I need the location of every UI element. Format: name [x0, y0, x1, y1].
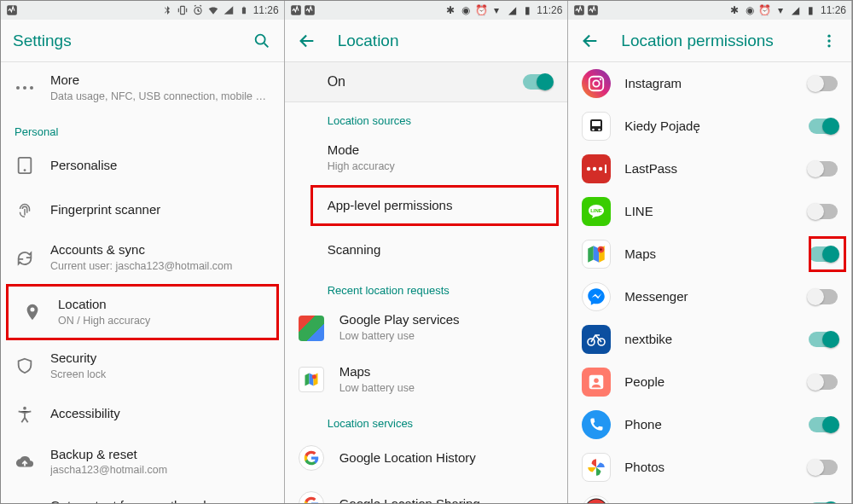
panel-settings: 11:26 Settings More Data usage, NFC, USB…: [1, 1, 285, 503]
permission-toggle[interactable]: [809, 246, 838, 262]
app-row[interactable]: Phone: [568, 403, 851, 446]
row-mode[interactable]: Mode High accuracy: [285, 132, 568, 183]
location-master-toggle[interactable]: [523, 74, 552, 90]
app-name: Instagram: [624, 76, 795, 92]
app-row[interactable]: Pokémon GO: [568, 489, 851, 503]
svg-point-27: [593, 129, 595, 131]
svg-rect-26: [592, 121, 601, 126]
bluetooth-icon: [161, 4, 173, 16]
settings-content: More Data usage, NFC, USB connection, mo…: [1, 62, 284, 503]
app-row[interactable]: Messenger: [568, 275, 851, 318]
row-fingerprint[interactable]: Fingerprint scanner: [1, 188, 284, 232]
row-location[interactable]: Location ON / High accuracy: [6, 284, 279, 340]
shield-icon: [15, 356, 35, 376]
row-location-history[interactable]: Google Location History: [285, 435, 568, 481]
row-backup[interactable]: Backup & reset jascha123@hotmail.com: [1, 437, 284, 488]
app-name: People: [624, 374, 795, 391]
wifi-icon: ▾: [775, 4, 786, 16]
app-name: nextbike: [624, 332, 795, 348]
svg-point-8: [30, 86, 33, 90]
app-row[interactable]: People: [568, 361, 851, 403]
app-list[interactable]: InstagramKiedy PojadęLastPassLINELINEMap…: [568, 62, 851, 503]
vibrate-icon: [177, 4, 189, 16]
permission-toggle[interactable]: [809, 460, 838, 475]
row-title: Location: [58, 297, 263, 313]
alarm-icon: [192, 4, 204, 16]
row-maps-recent[interactable]: Maps Low battery use: [285, 354, 568, 405]
bluetooth-icon: ✱: [728, 4, 740, 16]
row-accounts[interactable]: Accounts & sync Current user: jascha123@…: [1, 232, 284, 283]
row-sub: Low battery use: [339, 382, 554, 396]
svg-point-30: [593, 167, 596, 171]
svg-point-5: [255, 34, 264, 43]
app-icon: [582, 69, 611, 98]
status-bar: 11:26: [1, 1, 284, 20]
row-security[interactable]: Security Screen lock: [1, 340, 284, 391]
row-get-content[interactable]: Get content from another phone Get conta…: [1, 488, 284, 503]
permission-toggle[interactable]: [809, 161, 838, 177]
row-title: Accounts & sync: [50, 242, 270, 258]
svg-point-29: [587, 167, 590, 171]
master-toggle-row[interactable]: On: [285, 62, 568, 102]
status-time: 11:26: [253, 4, 279, 16]
permission-toggle[interactable]: [809, 204, 838, 219]
pulse-icon: [587, 4, 599, 16]
app-icon: [582, 410, 611, 439]
permission-toggle[interactable]: [809, 332, 838, 347]
back-icon[interactable]: [580, 31, 601, 51]
permission-toggle[interactable]: [809, 119, 838, 134]
app-row[interactable]: Maps: [568, 233, 851, 275]
row-title: Maps: [339, 364, 554, 380]
row-title: App-level permissions: [328, 198, 554, 214]
search-icon[interactable]: [252, 31, 272, 51]
svg-point-6: [16, 86, 20, 90]
row-sub: ON / High accuracy: [58, 315, 263, 328]
row-app-level-permissions[interactable]: App-level permissions: [285, 183, 568, 228]
pulse-icon: [6, 4, 18, 16]
play-services-icon: [299, 316, 324, 341]
row-sub: Current user: jascha123@hotmail.com: [50, 260, 270, 274]
app-icon: [582, 154, 611, 183]
app-row[interactable]: LINELINE: [568, 190, 851, 233]
row-scanning[interactable]: Scanning: [285, 228, 568, 272]
app-name: Pokémon GO: [624, 502, 795, 503]
sync-icon: [15, 248, 35, 269]
app-name: Phone: [624, 417, 795, 433]
row-accessibility[interactable]: Accessibility: [1, 392, 284, 437]
overflow-menu-icon[interactable]: [819, 31, 839, 51]
app-row[interactable]: Kiedy Pojadę: [568, 105, 851, 148]
row-location-sharing[interactable]: Google Location Sharing: [285, 481, 568, 503]
page-title: Location permissions: [621, 32, 773, 50]
row-play-services[interactable]: Google Play services Low battery use: [285, 302, 568, 353]
app-icon: [582, 282, 611, 311]
signal-icon: [223, 4, 235, 16]
permission-toggle[interactable]: [809, 76, 838, 91]
row-sub: Screen lock: [50, 368, 270, 382]
permission-toggle[interactable]: [809, 417, 838, 432]
svg-text:LINE: LINE: [591, 208, 603, 213]
permission-toggle[interactable]: [809, 374, 838, 390]
row-title: Google Play services: [339, 312, 554, 328]
svg-rect-32: [605, 165, 606, 173]
row-title: Google Location Sharing: [339, 496, 554, 503]
app-row[interactable]: nextbike: [568, 318, 851, 361]
permission-toggle[interactable]: [809, 502, 838, 503]
section-sources: Location sources: [285, 102, 568, 132]
svg-rect-4: [243, 7, 245, 8]
svg-rect-1: [180, 6, 184, 14]
app-row[interactable]: Photos: [568, 446, 851, 489]
row-more[interactable]: More Data usage, NFC, USB connection, mo…: [1, 62, 284, 113]
personalise-icon: [15, 155, 35, 176]
app-row[interactable]: Instagram: [568, 62, 851, 105]
svg-point-11: [23, 406, 26, 409]
pulse-icon: [290, 4, 302, 16]
signal-icon: ◢: [506, 4, 518, 16]
section-recent: Recent location requests: [285, 272, 568, 302]
permission-toggle[interactable]: [809, 289, 838, 304]
row-personalise[interactable]: Personalise: [1, 143, 284, 188]
row-title: Backup & reset: [50, 447, 270, 463]
row-title: Security: [50, 350, 270, 367]
svg-point-19: [827, 34, 830, 37]
app-row[interactable]: LastPass: [568, 148, 851, 190]
back-icon[interactable]: [297, 31, 317, 51]
